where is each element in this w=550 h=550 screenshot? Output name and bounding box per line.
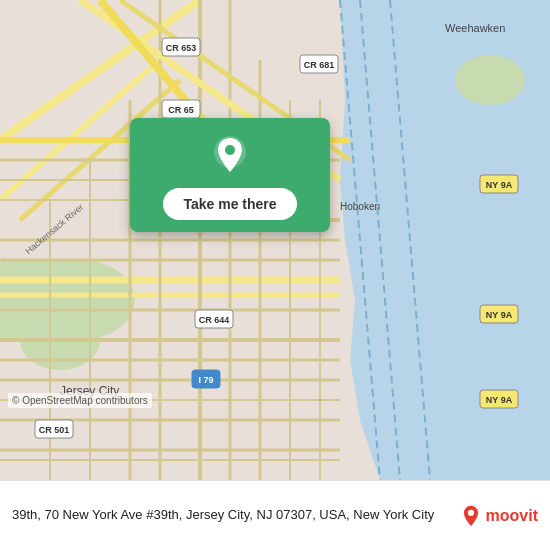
svg-text:Hoboken: Hoboken	[340, 201, 380, 212]
svg-point-6	[455, 55, 525, 105]
moovit-logo: moovit	[460, 505, 538, 527]
location-popup: Take me there	[130, 118, 330, 232]
navigate-button[interactable]: Take me there	[163, 188, 296, 220]
svg-text:NY 9A: NY 9A	[486, 310, 513, 320]
bottom-info-bar: 39th, 70 New York Ave #39th, Jersey City…	[0, 480, 550, 550]
map-view[interactable]: CR 653 CR 681 CR 65 CR 644 CR 501 NY 9A …	[0, 0, 550, 480]
svg-text:CR 501: CR 501	[39, 425, 70, 435]
svg-point-65	[225, 145, 235, 155]
address-label: 39th, 70 New York Ave #39th, Jersey City…	[12, 506, 452, 524]
svg-text:I 79: I 79	[198, 375, 213, 385]
svg-marker-2	[380, 180, 550, 480]
svg-text:CR 644: CR 644	[199, 315, 230, 325]
location-pin-icon	[208, 134, 252, 178]
svg-text:CR 65: CR 65	[168, 105, 194, 115]
svg-text:NY 9A: NY 9A	[486, 180, 513, 190]
svg-text:NY 9A: NY 9A	[486, 395, 513, 405]
moovit-brand-label: moovit	[486, 507, 538, 525]
moovit-pin-icon	[460, 505, 482, 527]
svg-text:CR 681: CR 681	[304, 60, 335, 70]
copyright-label: © OpenStreetMap contributors	[8, 393, 152, 408]
svg-point-66	[467, 509, 473, 515]
svg-text:CR 653: CR 653	[166, 43, 197, 53]
svg-text:Weehawken: Weehawken	[445, 22, 505, 34]
